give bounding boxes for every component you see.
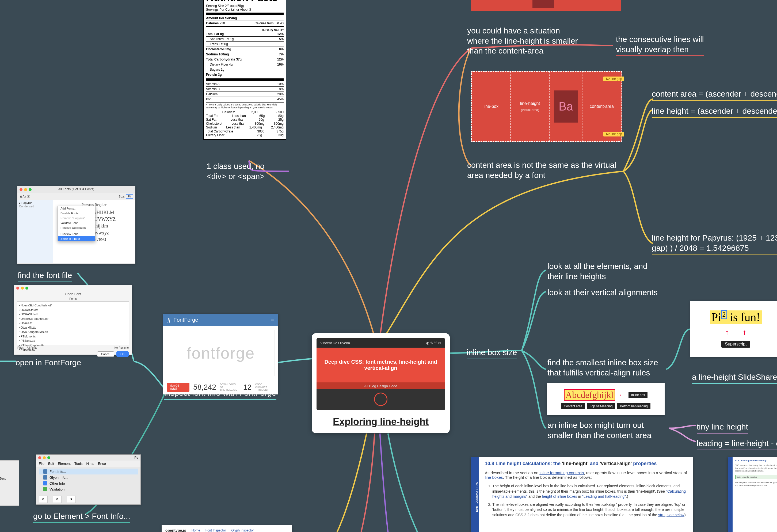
- opentype-js-thumbnail[interactable]: opentype.js Home Font Inspector Glyph In…: [161, 525, 292, 532]
- cancel-button[interactable]: Cancel: [97, 351, 114, 357]
- menu-item[interactable]: Hints: [86, 462, 94, 466]
- file-item[interactable]: • Osaka.ttf: [19, 321, 127, 325]
- inline-box-thumbnail[interactable]: Abcdefghijkl ← Inline box Content areaTo…: [547, 383, 665, 415]
- file-item[interactable]: • PTSans.ttc: [19, 338, 127, 343]
- node-find-font[interactable]: find the font file: [18, 270, 72, 282]
- minimize-icon[interactable]: [43, 456, 46, 459]
- fontbook-context-menu[interactable]: Add Fonts...Disable FontsRemove "Papyrus…: [58, 206, 96, 241]
- w3c-list: The height of each inline-level box in t…: [485, 484, 687, 518]
- file-item[interactable]: • OratorStd-Slanted.otf: [19, 317, 127, 321]
- inline-box-word: Abcdefghijkl: [564, 389, 615, 401]
- w3c-spec-thumbnail-2[interactable]: 10.8.1 Leading and half-leading CSS assu…: [728, 457, 777, 532]
- file-item[interactable]: • Otya Sangam MN.ttc: [19, 330, 127, 334]
- menu-item[interactable]: Glyph Info...: [39, 474, 138, 481]
- superscript-thumbnail[interactable]: Pi2 is fun! ↑ ↑ Superscript: [690, 301, 777, 357]
- fontforge-brand: FontForge: [174, 317, 198, 323]
- sidebar-item-papyrus[interactable]: ▸ Papyrus: [19, 201, 51, 205]
- file-item[interactable]: • OCRAStd.otf: [19, 308, 127, 312]
- menu-item[interactable]: [58, 231, 95, 231]
- node-overlap[interactable]: the consecutive lines will visually over…: [616, 34, 704, 56]
- node-open-fontforge[interactable]: open in FontForge: [15, 357, 81, 369]
- menu-bar[interactable]: FileEditElementToolsHintsEnco: [36, 460, 140, 467]
- opentype-link-font-inspector[interactable]: Font Inspector: [206, 529, 226, 532]
- open-font-dialog-thumbnail[interactable]: Open Font Fonts • NuevaStd-CondItalic.ot…: [14, 285, 132, 355]
- inline-box-pills: Content areaTop half-leadingBottom half-…: [561, 403, 650, 409]
- menu-item[interactable]: Remove "Papyrus": [58, 216, 95, 220]
- tag-half-line-gap-top: 1/2 line gap: [603, 77, 624, 81]
- node-look-elements[interactable]: look at all the elements, and their line…: [547, 261, 648, 281]
- menu-item[interactable]: Disable Fonts: [58, 211, 95, 216]
- zoom-icon[interactable]: [47, 456, 50, 459]
- thumb-author: Vincent De Oliveira: [320, 341, 350, 345]
- close-icon[interactable]: [16, 287, 19, 290]
- ok-button[interactable]: OK: [116, 351, 129, 357]
- nutrition-facts-thumbnail[interactable]: Nutrition Facts Serving Size 2/3 cup (55…: [203, 0, 286, 140]
- superscript-label: Superscript: [722, 341, 751, 348]
- opentype-link-home[interactable]: Home: [192, 529, 200, 532]
- fontforge-window-thumbnail[interactable]: Pa FileEditElementToolsHintsEnco Font In…: [36, 454, 141, 505]
- fontforge-hero: fontforge: [163, 326, 278, 380]
- w3c-spec-thumbnail[interactable]: W3C Working Draft 10.8 Line height calcu…: [471, 457, 693, 532]
- zoom-icon[interactable]: [25, 287, 28, 290]
- central-node[interactable]: Vincent De Oliveira◐ ✎ ♡ ✉ Deep dive CSS…: [312, 333, 450, 433]
- menu-item[interactable]: Enco: [98, 462, 106, 466]
- w3c-paragraph: As described in the section on inline fo…: [485, 470, 687, 480]
- connection-edges: [0, 0, 777, 532]
- superscript-example: Pi2 is fun!: [710, 310, 762, 324]
- menu-item[interactable]: Preview Font: [58, 231, 95, 236]
- node-goto-element[interactable]: go to Element > Font Info...: [33, 511, 130, 523]
- node-leading-formula[interactable]: leading = line-height - co: [697, 438, 777, 450]
- node-tiny-line-height[interactable]: tiny line height: [697, 422, 748, 433]
- minimize-icon[interactable]: [21, 287, 24, 290]
- file-item[interactable]: • PTMono.ttc: [19, 334, 127, 339]
- mindmap-canvas[interactable]: Vincent De Oliveira◐ ✎ ♡ ✉ Deep dive CSS…: [0, 0, 777, 532]
- dialog-folder[interactable]: Fonts: [14, 297, 132, 300]
- menu-item[interactable]: Validate Font: [58, 220, 95, 225]
- label-line-height: line-height: [520, 101, 540, 106]
- file-item[interactable]: • NuevaStd-CondItalic.otf: [19, 303, 127, 308]
- menu-item[interactable]: Other Info: [39, 481, 138, 486]
- menu-item[interactable]: Show in Finder: [58, 236, 95, 241]
- menu-item[interactable]: Element: [58, 462, 71, 466]
- node-find-smallest[interactable]: find the smallest inline box size that f…: [547, 357, 658, 378]
- file-list[interactable]: • NuevaStd-CondItalic.otf• OCRAStd.otf• …: [17, 301, 129, 345]
- glyph-row: <<>: [36, 494, 140, 505]
- fontbook-sidebar[interactable]: ▸ Papyrus Condensed: [17, 200, 53, 263]
- close-icon[interactable]: [38, 456, 41, 459]
- opentype-link-glyph-inspector[interactable]: Glyph Inspector: [231, 529, 254, 532]
- pill-label: Top half-leading: [587, 403, 616, 409]
- menu-item[interactable]: Add Fonts...: [58, 206, 95, 211]
- menu-item[interactable]: Tools: [74, 462, 82, 466]
- thumb-hero: Deep dive CSS: font metrics, line-height…: [317, 348, 445, 383]
- file-item[interactable]: • OCRAStd.otf: [19, 312, 127, 317]
- menu-dropdown[interactable]: Font Info...Glyph Info...Other InfoValid…: [36, 467, 140, 494]
- fontbook-title: All Fonts (1 of 304 Fonts): [17, 187, 135, 191]
- overlap-diagram-thumbnail[interactable]: [471, 0, 621, 11]
- node-slideshare-link[interactable]: a line-height SlideShare: [692, 372, 777, 384]
- node-papyrus-calc[interactable]: line height for Papyrus: (1925 + 1235 ga…: [652, 233, 777, 254]
- center-title[interactable]: Exploring line-height: [317, 416, 445, 427]
- fontforge-card-thumbnail[interactable]: ff FontForge≡ fontforge Mac OS Install 5…: [163, 314, 278, 395]
- fontbook-window-thumbnail[interactable]: All Fonts (1 of 304 Fonts) ⊞ Aa ⓘSize: F…: [17, 186, 135, 264]
- line-box-diagram-thumbnail[interactable]: line-box line-height(virtual-area) Ba co…: [471, 71, 622, 142]
- menu-item[interactable]: Edit: [48, 462, 54, 466]
- node-formula-content-area[interactable]: content area = (ascender + descender: [652, 89, 777, 101]
- nutrition-serving: Serving Size 2/3 cup (55g): [206, 4, 284, 8]
- nutrition-footnote: * Percent Daily Values are based on a 2,…: [206, 103, 284, 109]
- node-situation[interactable]: you could have a situation where the lin…: [467, 26, 578, 56]
- pill-label: Content area: [561, 403, 585, 409]
- node-inline-box-size[interactable]: inline box size: [467, 347, 517, 359]
- node-formula-line-height[interactable]: line height = (ascender + descender +: [652, 106, 777, 118]
- node-nutrition-caption[interactable]: 1 class used, no <div> or <span>: [207, 161, 264, 181]
- menu-item[interactable]: Validation: [39, 486, 138, 492]
- menu-item[interactable]: Font Info...: [39, 468, 138, 474]
- node-look-valign[interactable]: look at their vertical alignments: [547, 288, 658, 299]
- menu-item[interactable]: Resolve Duplicates: [58, 225, 95, 230]
- file-item[interactable]: • Otya MN.ttc: [19, 325, 127, 330]
- node-content-not-same[interactable]: content area is not the same as the virt…: [467, 160, 616, 180]
- menu-item[interactable]: File: [39, 462, 44, 466]
- window-title: Pa: [134, 456, 138, 459]
- hamburger-icon[interactable]: ≡: [271, 317, 274, 323]
- node-might-smaller[interactable]: an inline box might turn out smaller tha…: [547, 420, 652, 440]
- download-button[interactable]: Mac OS Install: [167, 383, 190, 392]
